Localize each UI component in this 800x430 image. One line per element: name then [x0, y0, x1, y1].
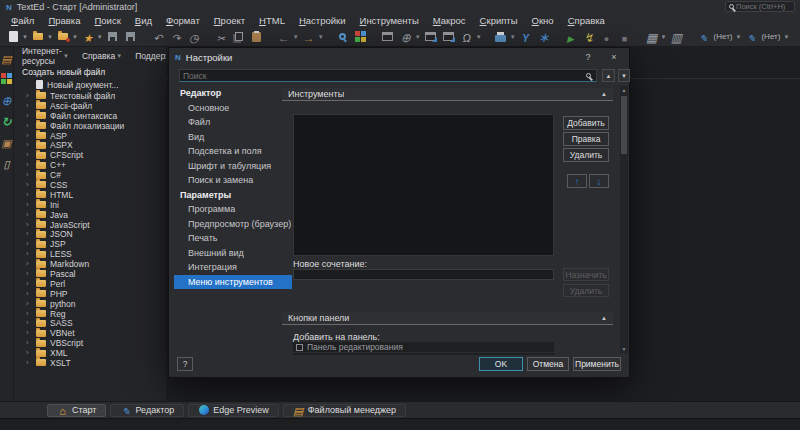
- search-next-button[interactable]: ▼: [618, 69, 630, 82]
- validate-button[interactable]: ▼: [517, 27, 535, 47]
- menu-item[interactable]: Правка: [41, 15, 87, 26]
- expand-chevron-icon[interactable]: ›: [26, 280, 32, 288]
- nav-font[interactable]: Шрифт и табуляция: [174, 159, 292, 174]
- file-type-item[interactable]: › JSP: [14, 239, 166, 249]
- panel-clipboard[interactable]: [0, 156, 13, 169]
- tools-section-header[interactable]: Инструменты ▲: [282, 88, 613, 101]
- menu-item[interactable]: Поиск: [87, 15, 127, 26]
- expand-chevron-icon[interactable]: ›: [26, 151, 32, 159]
- nav-view[interactable]: Вид: [174, 130, 292, 145]
- menu-item[interactable]: Формат: [159, 15, 207, 26]
- panel-option-row[interactable]: Панель редактирования: [293, 342, 554, 352]
- sidebar-link[interactable]: Справка ▼: [82, 51, 122, 61]
- nav-preview[interactable]: Предпросмотр (браузер): [174, 217, 292, 232]
- special-chars-button[interactable]: ▼: [458, 27, 483, 47]
- expand-chevron-icon[interactable]: ›: [26, 191, 32, 199]
- checkbox[interactable]: [296, 355, 303, 356]
- panel-window[interactable]: [0, 135, 13, 148]
- paste-button[interactable]: ▼: [248, 27, 266, 47]
- stop-macro-button[interactable]: ▼: [616, 27, 634, 47]
- dialog-footer-help-button[interactable]: ?: [177, 357, 193, 371]
- file-type-item[interactable]: › C++: [14, 160, 166, 170]
- file-type-item[interactable]: › VBNet: [14, 328, 166, 338]
- tools-listbox[interactable]: [293, 114, 554, 256]
- expand-chevron-icon[interactable]: ›: [26, 161, 32, 169]
- expand-chevron-icon[interactable]: ›: [26, 230, 32, 238]
- menu-item[interactable]: Скрипты: [473, 15, 525, 26]
- edit-tool-button[interactable]: Правка: [563, 132, 609, 146]
- nav-appearance[interactable]: Внешний вид: [174, 246, 292, 261]
- layout-grid-button[interactable]: ▼: [643, 27, 668, 47]
- tab-start[interactable]: Старт: [47, 404, 106, 417]
- move-up-button[interactable]: ↑: [567, 174, 587, 188]
- file-type-item[interactable]: › SASS: [14, 318, 166, 328]
- nav-general[interactable]: Основное: [174, 101, 292, 116]
- nav-search[interactable]: Поиск и замена: [174, 173, 292, 188]
- expand-chevron-icon[interactable]: ›: [26, 339, 32, 347]
- menu-item[interactable]: Окно: [525, 15, 561, 26]
- panel-buttons-section-header[interactable]: Кнопки панели ▲: [282, 312, 613, 325]
- nav-editor[interactable]: Редактор: [174, 86, 292, 101]
- expand-chevron-icon[interactable]: ›: [26, 201, 32, 209]
- expand-chevron-icon[interactable]: ›: [26, 221, 32, 229]
- expand-chevron-icon[interactable]: ›: [26, 122, 32, 130]
- apply-button[interactable]: Применить: [573, 357, 621, 371]
- expand-chevron-icon[interactable]: ›: [26, 102, 32, 110]
- new-document-item[interactable]: Новый документ...: [14, 79, 166, 90]
- expand-chevron-icon[interactable]: ›: [26, 300, 32, 308]
- panel-web[interactable]: [0, 93, 13, 106]
- panel-file-list[interactable]: [0, 51, 13, 64]
- nav-integration[interactable]: Интеграция: [174, 260, 292, 275]
- expand-chevron-icon[interactable]: ›: [26, 270, 32, 278]
- expand-chevron-icon[interactable]: ›: [26, 290, 32, 298]
- tab-editor[interactable]: Редактор: [110, 404, 184, 417]
- menu-item[interactable]: Файл: [4, 15, 41, 26]
- menu-item[interactable]: Проект: [207, 15, 252, 26]
- add-tool-button[interactable]: Добавить: [563, 116, 609, 130]
- dialog-help-button[interactable]: ?: [579, 50, 597, 64]
- settings-search-box[interactable]: [179, 69, 597, 82]
- save-all-button[interactable]: ▼: [122, 27, 140, 47]
- file-type-item[interactable]: › CFScript: [14, 150, 166, 160]
- nav-highlight[interactable]: Подсветка и поля: [174, 144, 292, 159]
- file-type-item[interactable]: › VBScript: [14, 338, 166, 348]
- nav-program[interactable]: Программа: [174, 202, 292, 217]
- window-view-button[interactable]: ▼: [379, 27, 397, 47]
- menu-item[interactable]: Справка: [561, 15, 612, 26]
- layout-columns-button[interactable]: ▼: [668, 27, 686, 47]
- undo-button[interactable]: ▼: [149, 27, 167, 47]
- expand-chevron-icon[interactable]: ›: [26, 250, 32, 258]
- copy-button[interactable]: ▼: [230, 27, 248, 47]
- file-type-item[interactable]: › JSON: [14, 229, 166, 239]
- expand-chevron-icon[interactable]: ›: [26, 310, 32, 318]
- collapse-icon[interactable]: ▲: [601, 91, 607, 97]
- expand-chevron-icon[interactable]: ›: [26, 112, 32, 120]
- new-file-button[interactable]: ▼: [4, 27, 29, 47]
- expand-chevron-icon[interactable]: ›: [26, 132, 32, 140]
- back-button[interactable]: ▼: [275, 27, 300, 47]
- menu-item[interactable]: HTML: [252, 15, 292, 26]
- record-macro-button[interactable]: ▼: [598, 27, 616, 47]
- search-button[interactable]: ▼: [334, 27, 352, 47]
- panel-styles[interactable]: [0, 72, 13, 85]
- expand-chevron-icon[interactable]: ›: [26, 92, 32, 100]
- forward-button[interactable]: ▼: [300, 27, 325, 47]
- expand-chevron-icon[interactable]: ›: [26, 181, 32, 189]
- quick-search-box[interactable]: [725, 1, 795, 12]
- expand-chevron-icon[interactable]: ›: [26, 240, 32, 248]
- scrollbar-thumb[interactable]: [621, 96, 627, 154]
- menu-item[interactable]: Инструменты: [353, 15, 426, 26]
- dialog-scrollbar[interactable]: ▲ ▼: [620, 86, 628, 353]
- macro-slot-1[interactable]: (Нет) ▼: [695, 27, 743, 47]
- run-button[interactable]: ▼: [562, 27, 580, 47]
- export-window-2-button[interactable]: ▼: [440, 27, 458, 47]
- expand-chevron-icon[interactable]: ›: [26, 141, 32, 149]
- menu-item[interactable]: Вид: [128, 15, 159, 26]
- redo-button[interactable]: ▼: [167, 27, 185, 47]
- ok-button[interactable]: OK: [479, 357, 523, 371]
- file-type-item[interactable]: › ASPX: [14, 140, 166, 150]
- expand-chevron-icon[interactable]: ›: [26, 319, 32, 327]
- file-type-item[interactable]: › JavaScript: [14, 220, 166, 230]
- nav-parameters[interactable]: Параметры: [174, 188, 292, 203]
- dialog-close-button[interactable]: ×: [605, 50, 623, 64]
